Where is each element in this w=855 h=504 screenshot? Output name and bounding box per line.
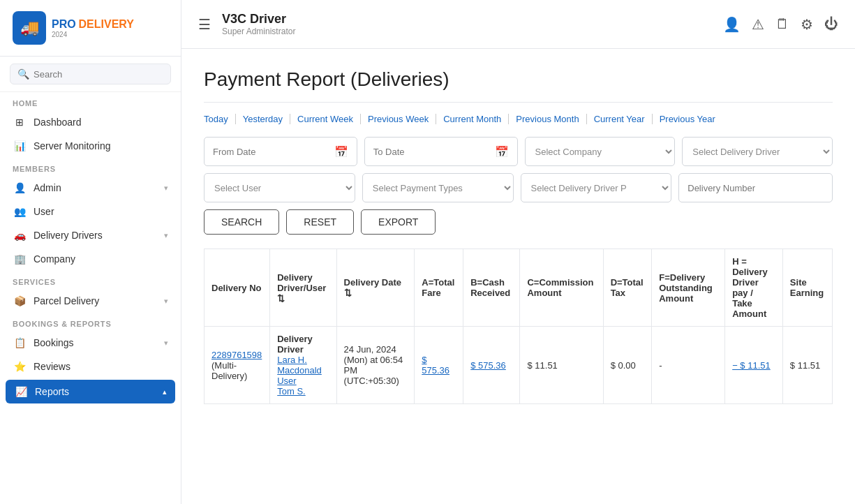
sidebar-search-container: 🔍: [0, 57, 181, 92]
driver-name: Delivery Driver: [277, 334, 313, 355]
settings-icon[interactable]: ⚙: [801, 16, 813, 33]
td-total-fare: $ 575.36: [415, 327, 463, 404]
sidebar-item-label: Company: [34, 253, 168, 265]
select-delivery-driver-status[interactable]: Select Delivery Driver P: [521, 173, 672, 202]
chevron-down-icon: ▾: [164, 231, 168, 240]
take-amount-link[interactable]: − $ 11.51: [732, 360, 771, 371]
th-take-amount: H = Delivery Driver pay / Take Amount: [725, 249, 783, 327]
sidebar-item-user[interactable]: 👥 User: [0, 200, 181, 223]
user-icon: 👥: [13, 206, 27, 217]
document-icon[interactable]: 🗒: [775, 16, 789, 32]
sidebar-item-company[interactable]: 🏢 Company: [0, 247, 181, 271]
reviews-icon: ⭐: [13, 361, 27, 372]
logo-truck-icon: 🚚: [20, 19, 39, 37]
action-buttons: SEARCH RESET EXPORT: [204, 209, 833, 235]
chevron-down-icon: ▾: [164, 184, 168, 193]
cash-received-link[interactable]: $ 575.36: [470, 360, 506, 371]
main-content: ☰ V3C Driver Super Administrator 👤 ⚠ 🗒 ⚙…: [181, 0, 855, 504]
th-delivery-no: Delivery No: [205, 249, 270, 327]
td-take-amount: − $ 11.51: [725, 327, 783, 404]
tab-yesterday[interactable]: Yesterday: [236, 114, 290, 124]
delivery-drivers-icon: 🚗: [13, 230, 27, 241]
sidebar-item-admin[interactable]: 👤 Admin ▾: [0, 176, 181, 200]
company-icon: 🏢: [13, 253, 27, 265]
delivery-number-input[interactable]: [678, 173, 833, 202]
search-input[interactable]: [34, 69, 163, 80]
sidebar-item-dashboard[interactable]: ⊞ Dashboard: [0, 110, 181, 134]
calendar-icon: 📅: [495, 145, 509, 158]
sidebar-item-label: Admin: [34, 182, 157, 193]
filter-row-2: Select User Select Payment Types Select …: [204, 173, 833, 202]
td-site-earning: $ 11.51: [782, 327, 832, 404]
report-table-wrap: Delivery No Delivery Driver/User ⇅ Deliv…: [204, 249, 833, 404]
select-user[interactable]: Select User: [204, 173, 355, 202]
server-monitoring-icon: 📊: [13, 140, 27, 151]
filter-row-1: 📅 📅 Select Company Select Delivery Drive…: [204, 137, 833, 166]
search-button[interactable]: SEARCH: [204, 209, 279, 235]
user-link2[interactable]: Tom S.: [277, 386, 305, 396]
logo-icon: 🚚: [13, 11, 46, 45]
reset-button[interactable]: RESET: [286, 209, 354, 235]
section-home-label: HOME: [0, 92, 181, 110]
topbar: ☰ V3C Driver Super Administrator 👤 ⚠ 🗒 ⚙…: [181, 0, 855, 49]
sidebar-item-server-monitoring[interactable]: 📊 Server Monitoring: [0, 134, 181, 158]
td-total-tax: $ 0.00: [603, 327, 652, 404]
from-date-field[interactable]: 📅: [204, 137, 357, 166]
table-header-row: Delivery No Delivery Driver/User ⇅ Deliv…: [205, 249, 833, 327]
sidebar-logo: 🚚 PRO DELIVERY 2024: [0, 0, 181, 57]
section-services-label: SERVICES: [0, 271, 181, 289]
report-table: Delivery No Delivery Driver/User ⇅ Deliv…: [204, 249, 833, 404]
th-cash-received: B=Cash Received: [463, 249, 520, 327]
page-title: Payment Report (Deliveries): [204, 68, 833, 103]
sidebar-item-delivery-drivers[interactable]: 🚗 Delivery Drivers ▾: [0, 223, 181, 247]
table-row: 2289761598 (Multi-Delivery) Delivery Dri…: [205, 327, 833, 404]
th-total-tax: D=Total Tax: [603, 249, 652, 327]
select-payment-types[interactable]: Select Payment Types: [362, 173, 514, 202]
power-icon[interactable]: ⏻: [824, 16, 838, 32]
user-link[interactable]: Lara H. Macdonald User: [277, 355, 322, 386]
td-cash-received: $ 575.36: [463, 327, 520, 404]
logo-pro: PRO DELIVERY: [52, 18, 134, 31]
calendar-icon: 📅: [334, 145, 348, 158]
sidebar-item-label: Reports: [35, 386, 156, 397]
select-delivery-driver-top[interactable]: Select Delivery Driver: [682, 137, 833, 166]
user-profile-icon[interactable]: 👤: [723, 16, 741, 33]
tab-current-year[interactable]: Current Year: [587, 114, 653, 124]
bookings-icon: 📋: [13, 337, 27, 348]
search-icon: 🔍: [17, 68, 29, 80]
select-company[interactable]: Select Company: [525, 137, 676, 166]
topbar-icons: 👤 ⚠ 🗒 ⚙ ⏻: [723, 16, 838, 33]
total-fare-link[interactable]: $ 575.36: [422, 355, 449, 376]
tab-previous-year[interactable]: Previous Year: [653, 114, 722, 124]
from-date-input[interactable]: [213, 147, 334, 157]
logo-text: PRO DELIVERY 2024: [52, 18, 134, 38]
sidebar-item-reports[interactable]: 📈 Reports ▴: [6, 380, 175, 403]
section-members-label: MEMBERS: [0, 158, 181, 176]
search-box[interactable]: 🔍: [10, 64, 171, 84]
th-outstanding: F=Delivery Outstanding Amount: [652, 249, 725, 327]
sidebar-item-label: Dashboard: [34, 117, 168, 128]
td-driver-user: Delivery Driver Lara H. Macdonald User T…: [270, 327, 336, 404]
sidebar-item-parcel-delivery[interactable]: 📦 Parcel Delivery ▾: [0, 289, 181, 313]
alert-icon[interactable]: ⚠: [752, 16, 764, 33]
th-driver-user: Delivery Driver/User ⇅: [270, 249, 336, 327]
tab-today[interactable]: Today: [204, 114, 236, 124]
sidebar-item-reviews[interactable]: ⭐ Reviews: [0, 355, 181, 378]
tab-previous-month[interactable]: Previous Month: [509, 114, 586, 124]
tab-current-month[interactable]: Current Month: [436, 114, 509, 124]
app-name: V3C Driver: [222, 12, 712, 27]
sidebar-item-bookings[interactable]: 📋 Bookings ▾: [0, 331, 181, 355]
th-delivery-date: Delivery Date ⇅: [336, 249, 415, 327]
tab-previous-week[interactable]: Previous Week: [361, 114, 436, 124]
export-button[interactable]: EXPORT: [361, 209, 436, 235]
dashboard-icon: ⊞: [13, 117, 27, 128]
delivery-no-note: (Multi-Delivery): [211, 360, 247, 381]
to-date-input[interactable]: [373, 147, 495, 157]
td-outstanding: -: [652, 327, 725, 404]
menu-icon[interactable]: ☰: [198, 16, 211, 33]
to-date-field[interactable]: 📅: [364, 137, 518, 166]
date-filter-tabs: Today Yesterday Current Week Previous We…: [204, 114, 833, 124]
th-site-earning: Site Earning: [782, 249, 832, 327]
tab-current-week[interactable]: Current Week: [290, 114, 361, 124]
delivery-no-link[interactable]: 2289761598: [211, 350, 262, 360]
